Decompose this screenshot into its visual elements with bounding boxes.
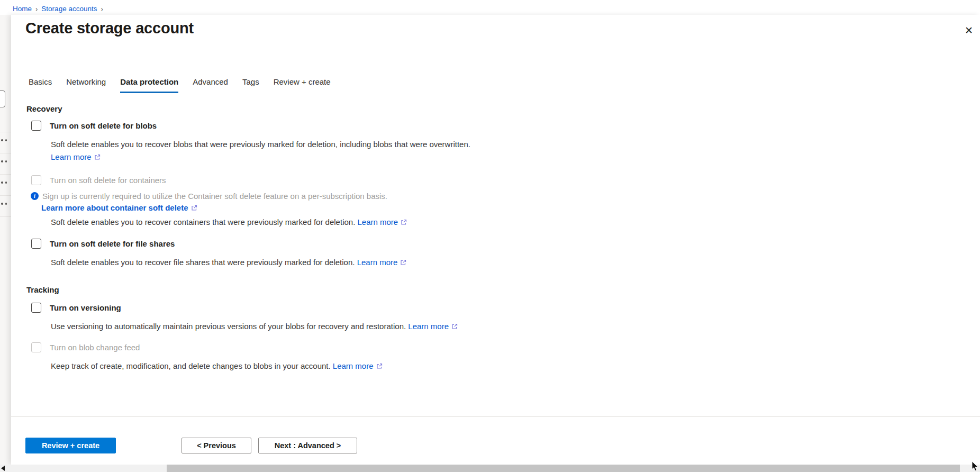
blob-change-feed-checkbox bbox=[31, 342, 41, 352]
blob-change-feed-row: Turn on blob change feed bbox=[31, 342, 980, 352]
soft-delete-containers-description: Soft delete enables you to recover conta… bbox=[51, 217, 980, 228]
breadcrumb-separator-icon: › bbox=[101, 4, 103, 13]
soft-delete-file-shares-label: Turn on soft delete for file shares bbox=[50, 239, 175, 249]
external-link-icon bbox=[451, 322, 458, 332]
ellipsis-icon bbox=[1, 181, 10, 184]
blob-change-feed-label: Turn on blob change feed bbox=[50, 342, 140, 352]
soft-delete-containers-checkbox bbox=[31, 175, 41, 185]
background-page-strip bbox=[0, 15, 11, 465]
link-text: Learn more bbox=[333, 361, 374, 370]
soft-delete-file-shares-row: Turn on soft delete for file shares bbox=[31, 239, 980, 249]
external-link-icon bbox=[376, 361, 383, 371]
close-icon[interactable]: ✕ bbox=[965, 25, 973, 35]
versioning-checkbox[interactable] bbox=[31, 303, 41, 313]
create-storage-account-panel: ✕ Create storage account Basics Networki… bbox=[11, 15, 980, 465]
wizard-footer: Review + create < Previous Next : Advanc… bbox=[11, 416, 980, 465]
external-link-icon bbox=[94, 152, 101, 162]
learn-more-link[interactable]: Learn more bbox=[333, 361, 383, 370]
blob-change-feed-description: Keep track of create, modification, and … bbox=[51, 361, 980, 371]
learn-more-link[interactable]: Learn more bbox=[358, 217, 407, 226]
link-text: Learn more bbox=[358, 217, 398, 226]
ellipsis-icon bbox=[1, 203, 10, 205]
external-link-icon bbox=[401, 217, 407, 228]
tab-tags[interactable]: Tags bbox=[242, 77, 259, 93]
tab-basics[interactable]: Basics bbox=[29, 77, 52, 93]
containers-info-row: i Sign up is currently required to utili… bbox=[31, 191, 980, 201]
breadcrumb-separator-icon: › bbox=[35, 4, 38, 13]
breadcrumb: Home › Storage accounts › bbox=[0, 0, 980, 15]
containers-info-text: Sign up is currently required to utilize… bbox=[42, 191, 387, 201]
section-heading-recovery: Recovery bbox=[26, 104, 980, 114]
description-text: Keep track of create, modification, and … bbox=[51, 361, 331, 370]
link-text: Learn more about container soft delete bbox=[41, 203, 188, 212]
horizontal-scrollbar-thumb[interactable] bbox=[167, 465, 960, 472]
link-text: Learn more bbox=[357, 258, 398, 267]
tab-advanced[interactable]: Advanced bbox=[193, 77, 228, 93]
versioning-row: Turn on versioning bbox=[31, 303, 980, 313]
description-text: Use versioning to automatically maintain… bbox=[51, 322, 406, 331]
versioning-description: Use versioning to automatically maintain… bbox=[51, 321, 980, 332]
link-text: Learn more bbox=[51, 152, 92, 161]
scroll-left-arrow-icon[interactable] bbox=[1, 466, 5, 471]
background-checkbox-partial bbox=[0, 90, 5, 107]
ellipsis-icon bbox=[1, 160, 10, 162]
description-text: Soft delete enables you to recover conta… bbox=[51, 217, 355, 226]
tab-bar: Basics Networking Data protection Advanc… bbox=[29, 77, 980, 93]
external-link-icon bbox=[191, 203, 197, 213]
learn-more-link[interactable]: Learn more bbox=[408, 322, 458, 331]
versioning-label: Turn on versioning bbox=[50, 303, 121, 313]
link-text: Learn more bbox=[408, 322, 449, 331]
previous-button[interactable]: < Previous bbox=[182, 438, 251, 453]
horizontal-scrollbar[interactable] bbox=[0, 465, 980, 472]
soft-delete-containers-label: Turn on soft delete for containers bbox=[50, 175, 166, 185]
info-icon: i bbox=[31, 192, 39, 200]
background-row-divider bbox=[0, 153, 11, 153]
review-create-button[interactable]: Review + create bbox=[25, 438, 116, 453]
soft-delete-blobs-description: Soft delete enables you to recover blobs… bbox=[51, 139, 980, 149]
breadcrumb-storage-accounts-link[interactable]: Storage accounts bbox=[41, 5, 97, 13]
tab-data-protection[interactable]: Data protection bbox=[120, 77, 178, 93]
learn-more-container-soft-delete-link[interactable]: Learn more about container soft delete bbox=[41, 203, 197, 212]
soft-delete-blobs-checkbox[interactable] bbox=[31, 121, 41, 131]
section-heading-tracking: Tracking bbox=[26, 285, 980, 295]
tab-review-create[interactable]: Review + create bbox=[274, 77, 331, 93]
soft-delete-blobs-label: Turn on soft delete for blobs bbox=[50, 121, 157, 131]
soft-delete-blobs-learn-more: Learn more bbox=[51, 152, 980, 162]
ellipsis-icon bbox=[1, 139, 10, 141]
page-title: Create storage account bbox=[25, 19, 980, 37]
soft-delete-containers-row: Turn on soft delete for containers bbox=[31, 175, 980, 185]
next-advanced-button[interactable]: Next : Advanced > bbox=[258, 438, 357, 453]
containers-info-learn-more: Learn more about container soft delete bbox=[41, 203, 980, 213]
tab-networking[interactable]: Networking bbox=[66, 77, 106, 93]
description-text: Soft delete enables you to recover blobs… bbox=[51, 140, 470, 149]
background-row-divider bbox=[0, 174, 11, 175]
description-text: Soft delete enables you to recover file … bbox=[51, 258, 355, 267]
external-link-icon bbox=[400, 258, 406, 268]
learn-more-link[interactable]: Learn more bbox=[51, 152, 101, 161]
learn-more-link[interactable]: Learn more bbox=[357, 258, 407, 267]
mouse-cursor-icon bbox=[972, 461, 979, 472]
breadcrumb-home-link[interactable]: Home bbox=[13, 5, 32, 13]
background-row-divider bbox=[0, 195, 11, 196]
soft-delete-blobs-row: Turn on soft delete for blobs bbox=[31, 121, 980, 131]
background-row-divider bbox=[0, 216, 11, 217]
soft-delete-file-shares-checkbox[interactable] bbox=[31, 239, 41, 249]
background-row-divider bbox=[0, 132, 11, 132]
soft-delete-file-shares-description: Soft delete enables you to recover file … bbox=[51, 257, 980, 268]
